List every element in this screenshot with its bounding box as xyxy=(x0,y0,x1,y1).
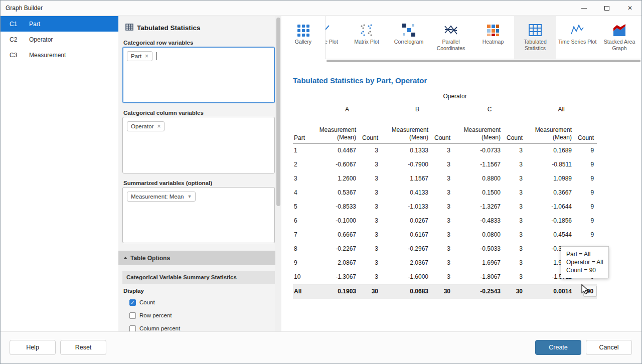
correlogram-icon xyxy=(402,21,416,37)
col-group-b: B xyxy=(381,102,453,116)
mouse-cursor-icon xyxy=(580,284,589,298)
builder-title: Tabulated Statistics xyxy=(125,23,201,33)
table-cell: 0.0683 xyxy=(381,284,431,299)
table-cell: 3 xyxy=(359,256,381,270)
table-cell: 0.0014 xyxy=(526,284,575,299)
part-cell: All xyxy=(293,284,313,299)
gallery-item-matrix-plot[interactable]: Matrix Plot xyxy=(346,16,388,59)
count-header: Count xyxy=(504,116,526,143)
row-variables-box[interactable]: Part× xyxy=(122,47,275,103)
builder-scrollbar[interactable] xyxy=(275,16,281,331)
count-header: Count xyxy=(359,116,381,143)
maximize-icon xyxy=(604,6,609,11)
minimize-button[interactable] xyxy=(572,1,595,16)
remove-chip-icon[interactable]: × xyxy=(157,123,160,129)
gallery-item-tabulated-statistics[interactable]: Tabulated Statistics xyxy=(514,16,556,59)
close-icon: ✕ xyxy=(627,5,632,12)
measure-header: Measurement(Mean) xyxy=(526,116,575,143)
table-cell: 9 xyxy=(575,214,597,228)
close-button[interactable]: ✕ xyxy=(618,1,641,16)
gallery-tab[interactable]: Gallery xyxy=(281,16,326,59)
variable-chip-measurement-mean[interactable]: Measurement: Mean▼ xyxy=(127,192,196,202)
part-cell: 9 xyxy=(293,256,313,270)
sidebar-item-operator[interactable]: C2Operator xyxy=(1,32,118,47)
table-cell: 3 xyxy=(359,157,381,171)
table-options-label: Table Options xyxy=(130,255,170,262)
checkbox-row-percent[interactable]: Row percent xyxy=(129,309,271,322)
create-button[interactable]: Create xyxy=(535,340,581,355)
table-cell: 3 xyxy=(431,228,453,242)
cancel-button[interactable]: Cancel xyxy=(586,340,632,355)
table-cell: 3 xyxy=(431,157,453,171)
dialog-footer: Help Reset Create Cancel xyxy=(1,331,641,363)
checkbox-box[interactable] xyxy=(129,325,136,332)
table-options-header[interactable]: Table Options xyxy=(118,251,275,265)
gallery-item-stacked-area-graph[interactable]: Stacked Area Graph xyxy=(598,16,640,59)
gallery-icon xyxy=(297,21,310,37)
gallery-item-time-series-plot[interactable]: Time Series Plot xyxy=(556,16,598,59)
table-cell: 3 xyxy=(359,228,381,242)
table-cell: 3 xyxy=(431,200,453,214)
checkbox-column-percent[interactable]: Column percent xyxy=(129,322,271,331)
table-cell: -1.0644 xyxy=(526,200,575,214)
gallery-scrollbar[interactable] xyxy=(326,59,641,63)
checkbox-label: Row percent xyxy=(139,312,172,318)
table-cell: -1.8067 xyxy=(453,270,504,284)
chip-label: Operator xyxy=(131,123,153,129)
sidebar-item-part[interactable]: C1Part xyxy=(1,16,118,32)
table-cell: 9 xyxy=(575,171,597,186)
hover-tooltip: Part = AllOperator = AllCount = 90 xyxy=(561,246,609,278)
row-variables-label: Categorical row variables xyxy=(123,40,193,46)
table-cell: 30 xyxy=(359,284,381,299)
builder-panel: Tabulated Statistics Categorical row var… xyxy=(118,16,275,331)
table-cell: -0.5033 xyxy=(453,242,504,256)
table-total-row: All0.1903300.068330-0.2543300.001490 xyxy=(293,284,597,299)
matrix-plot-icon xyxy=(360,21,374,37)
column-id: C3 xyxy=(1,52,29,59)
table-cell: 3 xyxy=(504,143,526,157)
column-variables-box[interactable]: Operator× xyxy=(122,117,275,173)
gallery-item-label: Time Series Plot xyxy=(557,39,598,45)
variable-chip-part[interactable]: Part× xyxy=(127,51,152,61)
table-cell: 3 xyxy=(504,157,526,171)
gallery-items: Matrix PlotCorrelogramParallel Coordinat… xyxy=(346,16,640,59)
table-cell: -0.2267 xyxy=(313,242,359,256)
sidebar-item-measurement[interactable]: C3Measurement xyxy=(1,47,118,63)
table-row: 92.086732.036731.696731.94009 xyxy=(293,256,597,270)
window-title: Graph Builder xyxy=(6,5,43,12)
part-cell: 2 xyxy=(293,157,313,171)
heatmap-icon xyxy=(486,21,500,37)
measure-header: Measurement(Mean) xyxy=(381,116,431,143)
table-group-header: Operator xyxy=(313,90,597,102)
summarized-variables-box[interactable]: Measurement: Mean▼ xyxy=(122,187,275,243)
gallery-item-correlogram[interactable]: Correlogram xyxy=(388,16,430,59)
maximize-button[interactable] xyxy=(595,1,618,16)
checkbox-box[interactable]: ✓ xyxy=(129,299,136,306)
help-button[interactable]: Help xyxy=(10,340,56,355)
table-cell: 0.4467 xyxy=(313,143,359,157)
gallery-item-heatmap[interactable]: Heatmap xyxy=(472,16,514,59)
checkbox-box[interactable] xyxy=(129,312,136,319)
table-cell: 3 xyxy=(431,143,453,157)
table-cell: 1.0989 xyxy=(526,171,575,186)
gallery-item-parallel-coordinates[interactable]: Parallel Coordinates xyxy=(430,16,472,59)
variable-chip-operator[interactable]: Operator× xyxy=(127,121,165,131)
minimize-icon xyxy=(581,8,587,9)
remove-chip-icon[interactable]: × xyxy=(145,53,148,59)
table-cell: 3 xyxy=(504,228,526,242)
table-cell: 3 xyxy=(359,171,381,186)
gallery-item-e-plot[interactable]: e Plot xyxy=(324,16,348,59)
builder-title-label: Tabulated Statistics xyxy=(137,24,201,32)
table-cell: 3 xyxy=(431,256,453,270)
measure-header: Measurement(Mean) xyxy=(313,116,359,143)
builder-scrollbar-thumb[interactable] xyxy=(276,18,280,206)
summarized-variables-label: Summarized variables (optional) xyxy=(123,180,212,186)
gallery-scrollbar-thumb[interactable] xyxy=(327,60,640,62)
table-cell: 30 xyxy=(504,284,526,299)
chevron-down-icon[interactable]: ▼ xyxy=(187,195,192,199)
table-cell: 30 xyxy=(431,284,453,299)
reset-button[interactable]: Reset xyxy=(60,340,106,355)
gallery-item-label: Matrix Plot xyxy=(353,39,381,45)
col-group-a: A xyxy=(313,102,381,116)
checkbox-count[interactable]: ✓Count xyxy=(129,296,271,309)
